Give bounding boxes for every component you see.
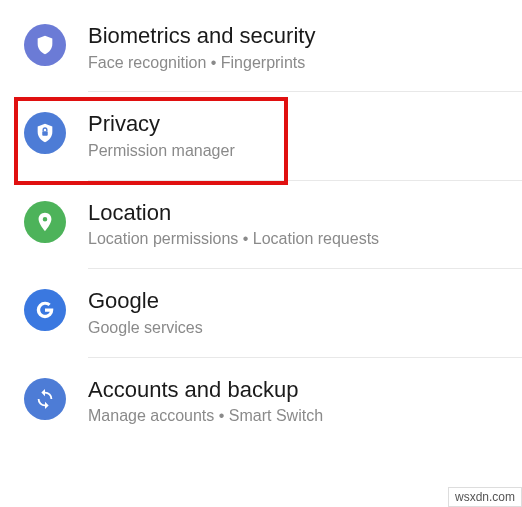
google-icon — [24, 289, 66, 331]
item-subtitle: Google services — [88, 318, 502, 339]
list-item-google[interactable]: Google Google services — [0, 269, 522, 356]
item-subtitle: Location permissions • Location requests — [88, 229, 502, 250]
svg-rect-0 — [42, 132, 48, 137]
settings-list: Biometrics and security Face recognition… — [0, 0, 522, 507]
item-title: Accounts and backup — [88, 376, 502, 405]
list-item-location[interactable]: Location Location permissions • Location… — [0, 181, 522, 268]
shield-icon — [24, 24, 66, 66]
item-title: Privacy — [88, 110, 502, 139]
watermark: wsxdn.com — [448, 487, 522, 507]
item-title: Location — [88, 199, 502, 228]
item-text: Privacy Permission manager — [88, 110, 502, 161]
sync-icon — [24, 378, 66, 420]
item-title: Biometrics and security — [88, 22, 502, 51]
item-text: Google Google services — [88, 287, 502, 338]
item-text: Location Location permissions • Location… — [88, 199, 502, 250]
list-item-accounts[interactable]: Accounts and backup Manage accounts • Sm… — [0, 358, 522, 445]
list-item-privacy[interactable]: Privacy Permission manager — [0, 92, 522, 179]
item-subtitle: Permission manager — [88, 141, 502, 162]
lock-shield-icon — [24, 112, 66, 154]
item-text: Accounts and backup Manage accounts • Sm… — [88, 376, 502, 427]
item-subtitle: Manage accounts • Smart Switch — [88, 406, 502, 427]
item-title: Google — [88, 287, 502, 316]
item-subtitle: Face recognition • Fingerprints — [88, 53, 502, 74]
pin-icon — [24, 201, 66, 243]
item-text: Biometrics and security Face recognition… — [88, 22, 502, 73]
list-item-biometrics[interactable]: Biometrics and security Face recognition… — [0, 4, 522, 91]
